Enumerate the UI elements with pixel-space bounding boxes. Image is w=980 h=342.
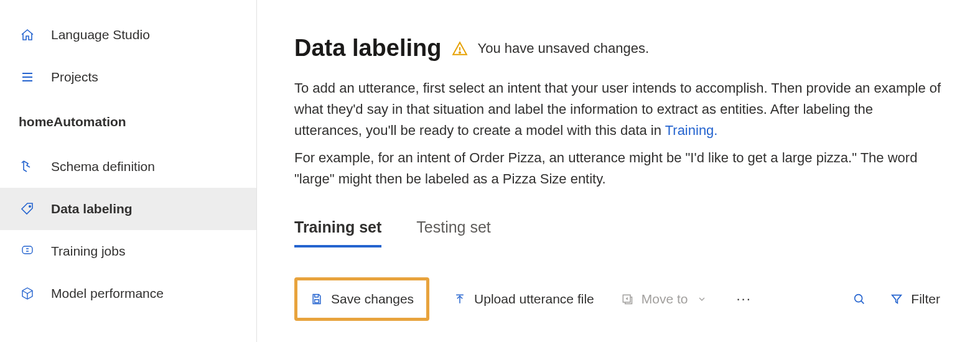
save-button[interactable]: Save changes <box>307 288 416 310</box>
tabs: Training set Testing set <box>294 218 943 247</box>
tab-training-set[interactable]: Training set <box>294 218 381 247</box>
filter-label: Filter <box>911 292 940 307</box>
more-button[interactable]: ··· <box>732 291 755 307</box>
home-icon <box>19 26 36 44</box>
move-icon <box>620 292 634 306</box>
search-icon <box>852 292 866 306</box>
project-name: homeAutomation <box>19 114 126 129</box>
svg-point-5 <box>459 52 460 53</box>
list-icon <box>19 68 36 86</box>
sidebar-item-label: Data labeling <box>51 201 133 216</box>
sidebar-item-model-performance[interactable]: Model performance <box>0 272 256 315</box>
tab-testing-set[interactable]: Testing set <box>416 218 491 247</box>
warning-text: You have unsaved changes. <box>478 40 650 57</box>
tag-icon <box>19 200 36 218</box>
intro-paragraph-1: To add an utterance, first select an int… <box>294 78 943 141</box>
nav-language-studio[interactable]: Language Studio <box>0 14 256 56</box>
cube-icon <box>19 285 36 302</box>
svg-point-10 <box>855 295 862 302</box>
save-label: Save changes <box>331 292 414 307</box>
toolbar: Save changes Upload utterance file Move … <box>294 277 943 321</box>
schema-icon <box>19 158 36 175</box>
sidebar-item-data-labeling[interactable]: Data labeling <box>0 188 256 230</box>
nav-label: Language Studio <box>51 27 150 42</box>
upload-label: Upload utterance file <box>474 292 594 307</box>
sidebar-item-label: Model performance <box>51 286 164 301</box>
move-label: Move to <box>642 292 688 307</box>
nav-label: Projects <box>51 70 98 85</box>
page-title: Data labeling <box>294 35 442 62</box>
upload-button[interactable]: Upload utterance file <box>450 288 597 310</box>
page-title-row: Data labeling You have unsaved changes. <box>294 35 943 62</box>
nav-projects[interactable]: Projects <box>0 56 256 98</box>
main-content: Data labeling You have unsaved changes. … <box>257 0 980 342</box>
project-section-header: homeAutomation <box>0 98 256 146</box>
search-button[interactable] <box>850 289 869 310</box>
chevron-down-icon <box>695 292 709 306</box>
intro-text: To add an utterance, first select an int… <box>294 80 941 138</box>
filter-button[interactable]: Filter <box>887 288 943 310</box>
upload-icon <box>453 292 467 306</box>
move-to-button[interactable]: Move to <box>618 288 712 310</box>
sidebar-item-training-jobs[interactable]: Training jobs <box>0 230 256 272</box>
filter-icon <box>890 292 903 306</box>
sidebar-item-label: Schema definition <box>51 159 155 174</box>
save-icon <box>310 292 324 306</box>
svg-line-11 <box>861 301 864 303</box>
svg-point-3 <box>29 206 30 207</box>
filter-group: Filter <box>850 288 943 310</box>
sidebar-item-label: Training jobs <box>51 244 125 259</box>
sidebar: Language Studio Projects homeAutomation … <box>0 0 257 342</box>
brain-icon <box>19 243 36 260</box>
warning-icon <box>450 39 469 58</box>
save-highlight: Save changes <box>294 277 429 321</box>
intro-paragraph-2: For example, for an intent of Order Pizz… <box>294 147 943 190</box>
training-link[interactable]: Training. <box>665 122 718 138</box>
sidebar-item-schema-definition[interactable]: Schema definition <box>0 146 256 188</box>
svg-rect-6 <box>315 300 319 303</box>
